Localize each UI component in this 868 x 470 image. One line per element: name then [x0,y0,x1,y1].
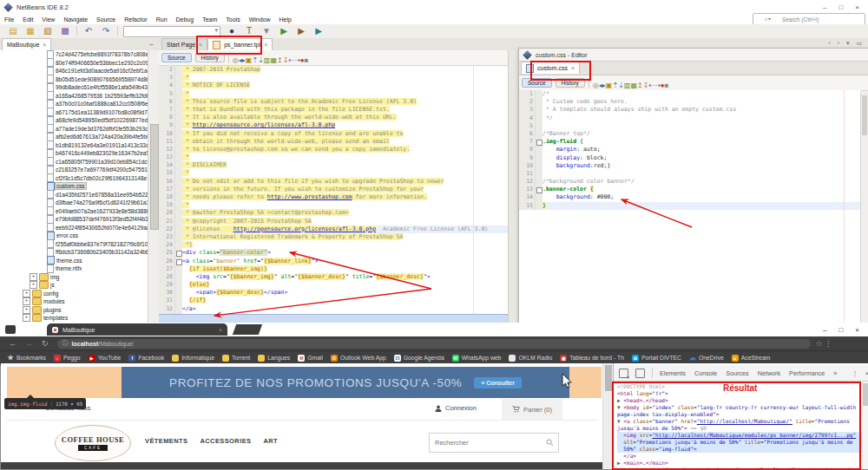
bookmark-item[interactable]: Informatique [172,355,214,362]
stop-macro-icon[interactable]: ■ [305,56,309,64]
tree-item[interactable]: +templates [0,314,148,323]
nb-maximize-button[interactable]: □ [838,3,843,11]
expander-icon[interactable]: + [30,273,37,281]
last-edit-icon[interactable]: ◎ [593,82,599,89]
menu-help[interactable]: Help [275,16,296,23]
main-editor[interactable]: 2 * 2007-2015 PrestaShop3 *4 * NOTICE OF… [159,66,508,314]
tree-item[interactable]: theme.css [0,257,148,265]
bookmark-item[interactable]: ♪Peggo [54,355,81,362]
tree-item[interactable]: d3fbae74a276a9f6cf1d6241f29b61a3.svg [0,199,148,207]
consulter-button[interactable]: » Consulter [474,377,522,388]
bookmark-item[interactable]: ▶YouTube [89,355,122,362]
scrollbar-thumb[interactable] [862,95,867,135]
history-button[interactable]: History [195,53,225,62]
close-icon[interactable]: × [43,42,46,48]
tree-item[interactable]: 7c24d4275efcbe8891f78378b7c808e0.svg [0,50,148,59]
tree-scrollbar-thumb[interactable] [150,124,159,230]
customcss-editor[interactable]: 1/*2 * Custom code goes here.3 * A templ… [519,90,860,323]
expand-icon[interactable]: ▦ [630,82,637,89]
customcss-scrollbar[interactable] [860,93,868,323]
bookmark-item[interactable]: ▦Tableau de bord - Th [560,355,624,362]
tree-item[interactable]: +js [0,281,148,290]
expander-icon[interactable]: + [23,306,30,314]
build-sphere-icon[interactable]: ● [226,25,238,37]
tree-item[interactable]: e79bfd88537def476913f3ed52f4f4b3.eot [0,215,148,224]
customcss-window-titlebar[interactable]: custom.css - Editor [519,49,868,62]
clean-build-icon[interactable]: ▼ [260,25,273,37]
stop-macro-icon[interactable]: ■ [665,82,669,89]
tree-item[interactable]: 80e74ff9406650e53bbec1e292c2c094.svg [0,59,148,68]
bookmark-item[interactable]: ☁OneDrive [689,355,724,362]
prev-usage-icon[interactable]: ↥ [637,82,643,89]
bookmark-item[interactable]: ★Bookmarks [7,355,46,362]
tree-item[interactable]: +modules [0,297,148,306]
config-combo[interactable] [123,26,220,37]
bookmark-item[interactable]: WWhatsApp web [452,355,502,362]
expander-icon[interactable]: + [23,297,30,305]
close-icon[interactable]: × [571,65,575,71]
dom-node-line[interactable]: <img src="http://localhost/Maboutique/mo… [617,432,865,439]
cart-button[interactable]: Panier (0) [502,399,562,420]
new-tab-button[interactable] [233,324,262,335]
new-project-icon[interactable]: ▦ [24,25,36,37]
source-button[interactable]: Source [522,78,552,88]
tree-item[interactable]: a165a4268579536 1b25593effb32fdb 1.ttf [0,92,148,101]
open-project-icon[interactable]: ▧ [42,25,54,37]
dom-node-line[interactable]: ▶ <head>…</head> [617,397,865,404]
bookmark-item[interactable]: OOutlook Web App [331,355,386,362]
expand-icon[interactable]: ▦ [270,56,277,64]
inspect-element-icon[interactable] [619,369,628,378]
next-occurrence-icon[interactable]: ⇣ [258,56,264,64]
tab-start-page[interactable]: Start Page × [161,38,207,50]
tree-item[interactable]: ff6dcb3736980b23405b31142a324b62.sv [0,248,148,257]
last-edit-icon[interactable]: ◎ [233,56,239,64]
scrollbar-thumb[interactable] [605,365,612,391]
projects-tab[interactable]: MaBoutique × [2,38,51,50]
nb-close-button[interactable]: × [855,3,859,11]
dom-node-line[interactable]: </a> [617,453,865,460]
expander-icon[interactable]: + [23,314,30,322]
menu-edit[interactable]: Edit [18,16,37,23]
bookmark-item[interactable]: ⊞Portail DIVTEC [632,355,681,362]
prev-usage-icon[interactable]: ↥ [277,56,283,64]
tree-item[interactable]: c1a65805f759901a39d10eb854c1dcf2.sv [0,158,148,166]
tree-item[interactable]: a67175d1ea11389d9107bd8c08f9d7d7.sv [0,108,148,117]
next-occurrence-icon[interactable]: ⇣ [618,82,624,89]
reload-icon[interactable]: ↻ [42,339,49,348]
nav-item-art[interactable]: ART [263,437,278,445]
chrome-minimize-button[interactable]: – [823,326,826,334]
tree-item[interactable]: f255af0bbbe837e79f7821827f9c6f10.svg [0,240,148,249]
expander-icon[interactable]: + [30,281,37,289]
dom-node-line[interactable]: alt="Promotions jusqu'à moins de 50%" ti… [617,439,865,446]
nav-item-accessories[interactable]: ACCESSORIES [200,437,251,445]
tree-item[interactable]: b1db819132e64a3e01911a1413c33acf.sv [0,141,148,150]
tree-item[interactable]: +config [0,290,148,298]
device-toolbar-icon[interactable] [635,369,645,378]
bookmark-item[interactable]: Torrent [222,355,250,362]
menu-file[interactable]: File [0,16,18,23]
new-file-icon[interactable]: ▤ [7,25,19,37]
undo-icon[interactable]: ↶ [82,25,95,37]
chrome-tab[interactable]: MaBoutique × [47,323,227,336]
site-info-icon[interactable]: ⓘ [62,339,69,348]
menu-tools[interactable]: Tools [221,16,244,23]
shop-search[interactable] [429,433,559,453]
dom-node-line[interactable]: page-index tax-display-enabled"> [617,411,865,418]
scrollbar-thumb[interactable] [863,383,868,406]
tree-item[interactable]: theme.rtlfx [0,264,148,273]
tree-item[interactable]: cf2f3c1d5c7db02c29f61964313148e1.svg [0,174,148,183]
tree-item[interactable]: 99db8adec61e4fcf5586e1afa549b432.svg [0,83,148,92]
dom-node-line[interactable]: jusqu'à moins de 50%"> == $0 [617,425,865,432]
run-icon[interactable]: ▶ [278,25,290,37]
menu-source[interactable]: Source [92,16,120,23]
debug-icon[interactable]: ▶ [295,25,307,37]
shift-right-icon[interactable]: ⇢ [654,82,661,89]
source-button[interactable]: Source [161,53,192,62]
forward-icon[interactable]: → [25,339,33,348]
tab-ps-banner[interactable]: ps_banner.tpl × [207,38,273,50]
menu-refactor[interactable]: Refactor [120,16,151,23]
bookmark-item[interactable]: fFacebook [128,355,164,362]
bookmark-item[interactable]: 15Google Agenda [394,355,444,362]
window-menu-icon[interactable] [5,325,16,334]
dom-node-line[interactable]: <script type="text/javascript" src="http… [617,467,865,469]
